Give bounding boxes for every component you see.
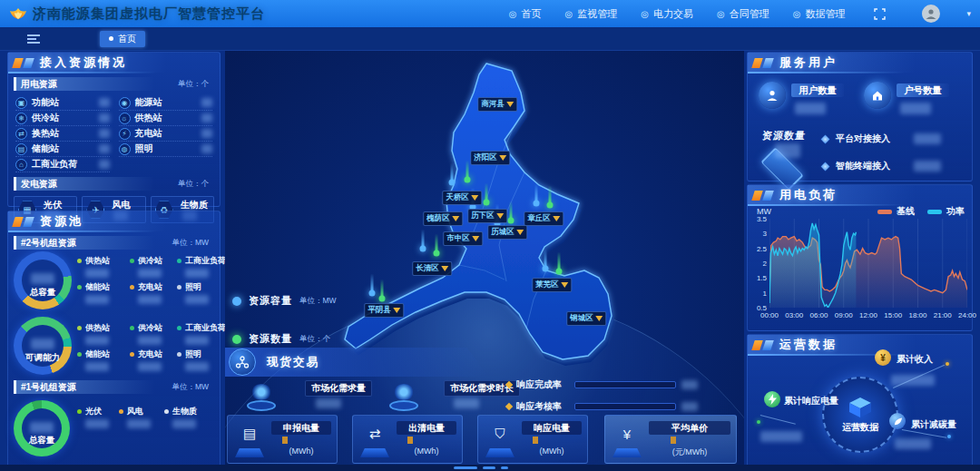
map-district-label[interactable]: 历城区 <box>487 225 527 240</box>
resource-item: ☼供热站 <box>119 111 213 126</box>
y-tick-label: 2.5 <box>757 244 767 252</box>
chart-legend: 基线 功率 <box>877 205 965 218</box>
map-district-label[interactable]: 商河县 <box>477 97 517 112</box>
donut-adjustable-capacity-unit2: 可调能力 <box>14 317 72 375</box>
map-district-label[interactable]: 历下区 <box>467 209 507 223</box>
trading-cards-row: ▤ 申报电量 (MWh) ⇄ 出清电量 (MWh) ⛉ 响应电量 (MWh) ¥… <box>225 415 744 466</box>
nav-item-monitor[interactable]: ◎监视管理 <box>565 7 618 21</box>
map-beacon <box>556 269 563 275</box>
map-district-label[interactable]: 天桥区 <box>442 191 482 205</box>
x-tick-label: 12:00 <box>859 311 877 319</box>
fullscreen-icon[interactable] <box>874 8 886 20</box>
heat-exchange-station-icon: ⇄ <box>15 128 27 140</box>
nav-item-icon: ◎ <box>793 9 801 19</box>
nav-item-trading[interactable]: ◎电力交易 <box>641 7 693 21</box>
spot-trading-title: 现货交易 <box>267 355 319 370</box>
value-redacted <box>914 133 941 144</box>
unit-label: 单位：MW <box>172 382 214 393</box>
header-decoration <box>751 58 763 68</box>
app-title: 济南能源集团虚拟电厂智慧管控平台 <box>33 5 265 23</box>
section-header-power-gen: 发电资源 单位：个 <box>14 177 214 191</box>
resource-item: ⚡充电站 <box>119 126 213 142</box>
map-district-label[interactable]: 莱芜区 <box>532 278 572 292</box>
header-decoration <box>12 58 24 68</box>
header-nav: ◎首页 ◎监视管理 ◎电力交易 ◎合同管理 ◎数据管理 ▾ <box>509 5 971 23</box>
value-redacted <box>185 336 209 345</box>
avatar-dropdown-caret[interactable]: ▾ <box>966 9 971 18</box>
resource-item: ⇄换热站 <box>15 126 110 142</box>
footer-bar <box>0 465 980 471</box>
map-beacon <box>449 180 456 186</box>
resource-item: ❄供冷站 <box>15 111 110 126</box>
panel-title: 用电负荷 <box>779 187 838 203</box>
legend-item: 供热站 <box>77 255 130 280</box>
donut-total-capacity-unit1: 总容量 <box>14 400 70 456</box>
energy-station-icon: ◉ <box>119 97 131 109</box>
spot-trading-section: 现货交易 市场化需求量 市场化需求时长 响应完成率 响应考核率 ▤ 申报电量 (… <box>225 348 744 471</box>
card-declared-energy: ▤ 申报电量 (MWh) <box>227 415 338 464</box>
nav-item-contract[interactable]: ◎合同管理 <box>717 7 769 21</box>
nav-item-home[interactable]: ◎首页 <box>509 7 542 21</box>
network-share-icon <box>229 348 256 376</box>
legend-dot <box>177 352 181 357</box>
legend-item-baseline[interactable]: 基线 <box>877 205 915 218</box>
legend-dot <box>130 285 134 289</box>
legend-dot <box>130 326 134 330</box>
legend-item-power[interactable]: 功率 <box>927 205 965 218</box>
user-avatar[interactable] <box>922 5 940 23</box>
map-district-label[interactable]: 章丘区 <box>524 211 564 226</box>
header-decoration <box>23 217 34 227</box>
panel-header: 服务用户 <box>748 53 972 73</box>
donut-total-capacity-unit2: 总容量 <box>14 251 72 309</box>
map-district-label[interactable]: 槐荫区 <box>423 211 463 226</box>
marker-triangle-icon <box>471 195 478 201</box>
value-redacted <box>201 113 212 123</box>
panel-title: 运营数据 <box>779 337 838 353</box>
map-district-label[interactable]: 长清区 <box>412 261 452 276</box>
demand-duration-icon <box>386 384 422 411</box>
marker-triangle-icon <box>496 213 504 219</box>
section-header-unit2: #2号机组资源 单位：MW <box>14 236 214 250</box>
header-decoration <box>762 340 774 350</box>
value-redacted <box>914 161 941 172</box>
value-redacted <box>85 362 109 371</box>
value-redacted <box>127 419 151 428</box>
house-icon <box>864 82 891 109</box>
map-beacon <box>369 290 376 297</box>
map-district-label[interactable]: 济阳区 <box>470 151 510 165</box>
legend-item: 供冷站 <box>130 322 177 347</box>
power-station-icon: ▣ <box>15 97 27 109</box>
power-load-panel: 用电负荷 MW 基线 功率 3.532.521.510.5 00:0003:00… <box>747 184 973 331</box>
pedestal <box>360 448 389 457</box>
value-redacted <box>185 295 209 304</box>
marker-triangle-icon <box>553 216 560 221</box>
callout-dot <box>757 420 760 424</box>
legend-item: 供冷站 <box>130 255 177 280</box>
map-district-label[interactable]: 市中区 <box>443 231 483 246</box>
service-users-panel: 服务用户 用户数量 户号数量 资源数量 平台对接接入 智能终端接入 <box>747 52 973 182</box>
legend-dot <box>119 409 123 414</box>
menu-collapse-icon[interactable] <box>27 34 40 44</box>
x-tick-label: 09:00 <box>835 311 853 319</box>
spot-trading-header: 现货交易 <box>225 348 488 377</box>
card-response-energy: ⛉ 响应电量 (MWh) <box>477 415 588 464</box>
legend-unit1: 光伏 风电 生物质 <box>77 406 219 430</box>
tab-home[interactable]: 首页 <box>100 31 145 47</box>
nav-item-data[interactable]: ◎数据管理 <box>793 7 846 21</box>
legend-item: 储能站 <box>77 348 130 373</box>
storage-station-icon: ▤ <box>15 143 27 155</box>
unit-label: 单位：MW <box>172 238 214 249</box>
map-district-label[interactable]: 平阴县 <box>364 303 404 318</box>
value-redacted <box>99 160 110 169</box>
value-redacted <box>138 295 162 304</box>
legend-item: 风电 <box>119 406 164 430</box>
legend-dot <box>77 259 82 263</box>
marker-triangle-icon <box>472 236 479 241</box>
heating-station-icon: ☼ <box>119 113 131 124</box>
legend-item: 储能站 <box>77 281 130 306</box>
coin-icon: ¥ <box>875 349 891 366</box>
footer-decoration <box>501 466 508 469</box>
diamond-icon <box>821 162 830 171</box>
map-district-label[interactable]: 钢城区 <box>566 311 606 326</box>
value-redacted <box>185 362 209 371</box>
